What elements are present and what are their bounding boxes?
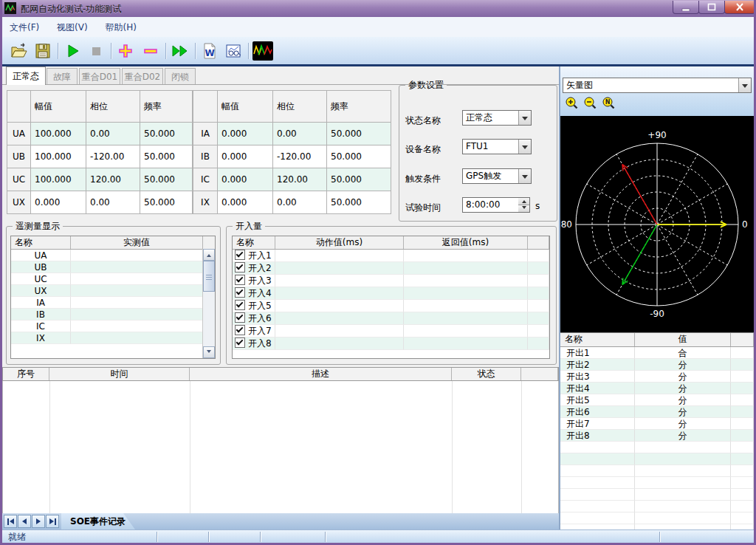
save-button[interactable] [32, 41, 53, 61]
grid-cell[interactable]: 0.000 [218, 123, 273, 145]
grid-cell[interactable]: 50.000 [140, 168, 193, 191]
grid-cell[interactable]: 120.00 [273, 168, 327, 191]
event-table-body[interactable] [2, 381, 559, 513]
grid-cell[interactable]: 0.00 [86, 191, 140, 214]
input-checkbox[interactable] [235, 250, 245, 260]
first-page-button[interactable] [4, 515, 17, 528]
telemetry-row: IB [11, 309, 215, 321]
telemetry-header: 名称 实测值 [11, 236, 215, 250]
params-group-title: 参数设置 [405, 80, 447, 91]
input-checkbox[interactable] [235, 300, 245, 310]
minimize-icon [681, 4, 690, 11]
current-table: 幅值 相位 频率 IA 0.000 0.00 50.000 IB 0.000 -… [193, 90, 391, 214]
input-checkbox[interactable] [235, 262, 245, 272]
tab-fault[interactable]: 故障 [47, 68, 78, 84]
run-button[interactable] [62, 41, 83, 61]
grid-cell[interactable]: -120.00 [86, 145, 140, 168]
dropdown-button[interactable] [518, 140, 531, 154]
grid-cell[interactable]: 0.000 [31, 191, 86, 214]
vector-chart-svg: +901800-90 [560, 116, 754, 332]
prev-page-button[interactable] [18, 515, 31, 528]
grid-cell[interactable]: 50.000 [140, 145, 193, 168]
telemetry-name: IX [11, 332, 71, 344]
grid-cell[interactable]: -120.00 [273, 145, 327, 168]
spin-up-button[interactable] [518, 198, 529, 205]
input-checkbox[interactable] [235, 312, 245, 323]
grid-cell[interactable]: 0.00 [273, 123, 327, 145]
spin-down-button[interactable] [518, 205, 529, 212]
chevron-down-icon [522, 145, 528, 152]
output-row-empty [560, 453, 754, 465]
word-report-button[interactable]: W [199, 41, 220, 61]
input-action [275, 250, 404, 262]
grid-cell[interactable]: 100.000 [31, 123, 86, 145]
tab-reclose-d01[interactable]: 重合D01 [79, 68, 120, 84]
output-extra [731, 406, 754, 418]
minimize-button[interactable] [673, 1, 699, 14]
next-page-button[interactable] [32, 515, 45, 528]
zoom-in-button[interactable] [565, 96, 578, 109]
view-selector[interactable]: 矢量图 [563, 78, 752, 93]
grid-cell[interactable]: 0.000 [218, 168, 273, 191]
report-preview-button[interactable] [223, 41, 244, 61]
test-time-spinner[interactable] [518, 197, 530, 213]
remove-button[interactable] [140, 41, 161, 61]
dropdown-button[interactable] [518, 169, 531, 183]
grid-cell[interactable]: 50.000 [140, 191, 193, 214]
test-time-input[interactable]: 8:00:00 [462, 197, 519, 213]
row-label: IB [193, 145, 218, 168]
menu-file[interactable]: 文件(F) [2, 17, 47, 34]
tab-soe-events[interactable]: SOE事件记录 [61, 513, 135, 529]
dropdown-button[interactable] [738, 78, 751, 92]
output-name: 开出2 [560, 359, 635, 371]
last-page-button[interactable] [46, 515, 59, 528]
grid-cell[interactable]: 100.000 [31, 145, 86, 168]
device-name-select[interactable]: FTU1 [462, 139, 532, 154]
stop-button[interactable] [86, 41, 106, 61]
grid-cell[interactable]: 0.000 [218, 191, 273, 214]
grid-cell[interactable]: 0.00 [273, 191, 327, 214]
input-checkbox[interactable] [235, 337, 245, 348]
state-name-select[interactable]: 正常态 [462, 110, 532, 126]
input-checkbox[interactable] [235, 325, 245, 335]
input-checkbox[interactable] [235, 287, 245, 298]
scroll-down-button[interactable] [203, 346, 215, 358]
fast-forward-icon [171, 42, 190, 60]
output-extra [731, 383, 754, 394]
state-name-label: 状态名称 [405, 114, 441, 127]
output-name: 开出6 [560, 406, 635, 418]
grid-cell[interactable]: 50.000 [140, 123, 193, 145]
open-button[interactable] [9, 41, 30, 61]
grid-cell[interactable]: 0.00 [86, 123, 140, 145]
grid-cell[interactable]: 50.000 [327, 191, 391, 214]
grid-cell[interactable]: 100.000 [31, 168, 86, 191]
telemetry-scrollbar[interactable] [202, 249, 215, 358]
tab-lockout[interactable]: 闭锁 [165, 68, 196, 84]
tab-reclose-d02[interactable]: 重合D02 [122, 68, 163, 84]
zoom-out-button[interactable] [583, 96, 597, 109]
col-name: 名称 [11, 236, 71, 249]
grid-cell[interactable]: 50.000 [327, 145, 391, 168]
grid-cell[interactable]: 120.00 [86, 168, 140, 191]
trigger-condition-select[interactable]: GPS触发 [462, 168, 532, 184]
scrollbar-thumb[interactable] [203, 261, 215, 292]
zoom-reset-button[interactable]: N [602, 96, 615, 109]
grid-cell[interactable]: 50.000 [327, 123, 391, 145]
input-checkbox[interactable] [235, 275, 245, 285]
close-button[interactable] [724, 1, 755, 14]
grid-cell[interactable]: 0.000 [218, 145, 273, 168]
scroll-up-button[interactable] [203, 249, 215, 261]
menu-view[interactable]: 视图(V) [49, 17, 95, 34]
close-icon [735, 3, 744, 11]
dropdown-button[interactable] [518, 111, 531, 125]
view-selector-value: 矢量图 [563, 78, 738, 92]
tab-normal-state[interactable]: 正常态 [6, 66, 46, 85]
add-button[interactable] [115, 41, 136, 61]
maximize-button[interactable] [698, 1, 725, 14]
minus-icon [142, 42, 159, 60]
menu-help[interactable]: 帮助(H) [98, 17, 144, 34]
run-all-button[interactable] [170, 41, 190, 61]
grid-cell[interactable]: 50.000 [327, 168, 391, 191]
output-extra [731, 430, 754, 442]
waveform-button[interactable] [252, 41, 273, 61]
